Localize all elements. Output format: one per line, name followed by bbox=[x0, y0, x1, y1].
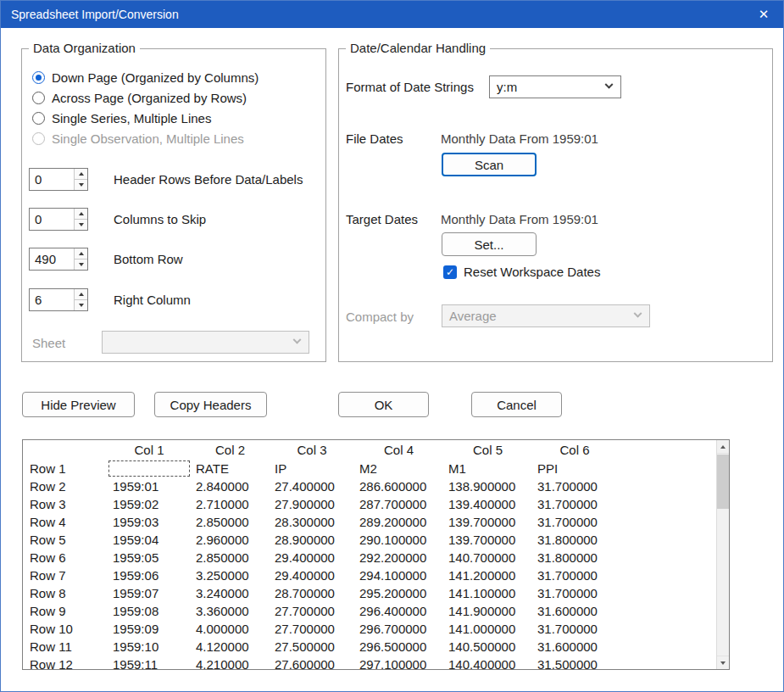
table-cell[interactable]: 141.000000 bbox=[443, 620, 532, 638]
table-cell[interactable]: 29.400000 bbox=[270, 549, 354, 566]
table-cell[interactable]: 27.700000 bbox=[270, 620, 354, 638]
row-label[interactable]: Row 8 bbox=[23, 584, 108, 602]
table-cell[interactable]: 31.800000 bbox=[532, 531, 617, 549]
table-cell[interactable]: 296.700000 bbox=[354, 620, 443, 638]
table-cell[interactable]: 3.240000 bbox=[191, 584, 270, 602]
table-cell[interactable]: 139.400000 bbox=[443, 495, 532, 513]
row-label[interactable]: Row 6 bbox=[23, 549, 108, 566]
table-cell[interactable]: 31.600000 bbox=[532, 602, 617, 620]
table-cell[interactable]: 3.250000 bbox=[191, 566, 270, 584]
table-cell[interactable]: 31.700000 bbox=[532, 620, 617, 638]
right-column-input[interactable]: 6 bbox=[29, 288, 88, 311]
table-cell[interactable]: RATE bbox=[191, 460, 270, 477]
table-cell[interactable] bbox=[108, 460, 191, 477]
table-cell[interactable]: 4.000000 bbox=[191, 620, 270, 638]
table-cell[interactable]: 31.700000 bbox=[532, 477, 617, 495]
table-cell[interactable]: 2.960000 bbox=[191, 531, 270, 549]
date-format-combobox[interactable]: y:m bbox=[489, 75, 621, 98]
row-label[interactable]: Row 2 bbox=[23, 477, 108, 495]
table-cell[interactable]: 31.700000 bbox=[532, 584, 617, 602]
cancel-button[interactable]: Cancel bbox=[471, 392, 562, 417]
scroll-thumb[interactable] bbox=[717, 455, 729, 509]
table-cell[interactable]: 31.700000 bbox=[532, 566, 617, 584]
table-cell[interactable]: 294.100000 bbox=[354, 566, 443, 584]
table-cell[interactable]: 296.400000 bbox=[354, 602, 443, 620]
spin-down-icon[interactable] bbox=[75, 300, 87, 310]
table-cell[interactable]: 27.400000 bbox=[270, 477, 354, 495]
row-label[interactable]: Row 7 bbox=[23, 566, 108, 584]
table-cell[interactable]: 141.900000 bbox=[443, 602, 532, 620]
header-rows-input[interactable]: 0 bbox=[29, 168, 88, 191]
table-cell[interactable]: 289.200000 bbox=[354, 513, 443, 531]
set-dates-button[interactable]: Set... bbox=[442, 232, 537, 256]
scroll-down-icon[interactable] bbox=[717, 656, 729, 669]
table-cell[interactable]: 287.700000 bbox=[354, 495, 443, 513]
row-label[interactable]: Row 12 bbox=[23, 656, 108, 669]
scroll-up-icon[interactable] bbox=[717, 440, 729, 454]
table-cell[interactable]: 28.700000 bbox=[270, 584, 354, 602]
table-cell[interactable]: 141.100000 bbox=[443, 584, 532, 602]
column-header[interactable]: Col 3 bbox=[270, 440, 354, 460]
table-cell[interactable]: 27.500000 bbox=[270, 638, 354, 656]
column-header[interactable]: Col 5 bbox=[443, 440, 532, 460]
row-label[interactable]: Row 3 bbox=[23, 495, 108, 513]
table-cell[interactable]: 2.710000 bbox=[191, 495, 270, 513]
row-label[interactable]: Row 10 bbox=[23, 620, 108, 638]
scan-button[interactable]: Scan bbox=[442, 153, 537, 176]
table-cell[interactable]: 138.900000 bbox=[443, 477, 532, 495]
row-label[interactable]: Row 9 bbox=[23, 602, 108, 620]
table-cell[interactable]: 1959:04 bbox=[108, 531, 191, 549]
table-cell[interactable]: 290.100000 bbox=[354, 531, 443, 549]
table-cell[interactable]: 27.900000 bbox=[270, 495, 354, 513]
table-cell[interactable]: 139.700000 bbox=[443, 531, 532, 549]
table-cell[interactable]: IP bbox=[270, 460, 354, 477]
table-cell[interactable]: 31.700000 bbox=[532, 495, 617, 513]
table-cell[interactable]: 31.500000 bbox=[532, 656, 617, 669]
table-cell[interactable]: 1959:05 bbox=[108, 549, 191, 566]
table-cell[interactable]: 1959:11 bbox=[108, 656, 191, 669]
column-header[interactable]: Col 2 bbox=[191, 440, 270, 460]
table-cell[interactable]: 1959:09 bbox=[108, 620, 191, 638]
table-cell[interactable]: 31.700000 bbox=[532, 513, 617, 531]
table-cell[interactable]: 296.500000 bbox=[354, 638, 443, 656]
close-button[interactable]: ✕ bbox=[744, 1, 783, 28]
spin-down-icon[interactable] bbox=[75, 260, 87, 270]
spin-up-icon[interactable] bbox=[75, 209, 87, 220]
ok-button[interactable]: OK bbox=[338, 392, 429, 417]
table-cell[interactable]: 28.300000 bbox=[270, 513, 354, 531]
table-cell[interactable]: 29.400000 bbox=[270, 566, 354, 584]
column-header[interactable]: Col 4 bbox=[354, 440, 443, 460]
vertical-scrollbar[interactable] bbox=[716, 440, 729, 669]
radio-down-page[interactable]: Down Page (Organized by Columns) bbox=[32, 69, 259, 86]
table-cell[interactable]: 1959:01 bbox=[108, 477, 191, 495]
radio-single-series[interactable]: Single Series, Multiple Lines bbox=[32, 109, 211, 126]
table-cell[interactable]: 141.200000 bbox=[443, 566, 532, 584]
table-cell[interactable]: 2.840000 bbox=[191, 477, 270, 495]
spin-up-icon[interactable] bbox=[75, 169, 87, 180]
table-cell[interactable]: 1959:06 bbox=[108, 566, 191, 584]
table-cell[interactable]: 31.600000 bbox=[532, 638, 617, 656]
table-cell[interactable]: 4.210000 bbox=[191, 656, 270, 669]
table-cell[interactable]: 1959:03 bbox=[108, 513, 191, 531]
table-cell[interactable]: M2 bbox=[354, 460, 443, 477]
table-cell[interactable]: 28.900000 bbox=[270, 531, 354, 549]
table-cell[interactable]: 140.400000 bbox=[443, 656, 532, 669]
copy-headers-button[interactable]: Copy Headers bbox=[154, 392, 267, 417]
hide-preview-button[interactable]: Hide Preview bbox=[22, 392, 135, 417]
table-cell[interactable]: 1959:02 bbox=[108, 495, 191, 513]
table-cell[interactable]: 2.850000 bbox=[191, 549, 270, 566]
row-label[interactable]: Row 11 bbox=[23, 638, 108, 656]
column-header[interactable]: Col 6 bbox=[532, 440, 617, 460]
table-cell[interactable]: 1959:08 bbox=[108, 602, 191, 620]
spin-up-icon[interactable] bbox=[75, 289, 87, 300]
table-cell[interactable]: 1959:10 bbox=[108, 638, 191, 656]
table-cell[interactable]: 140.700000 bbox=[443, 549, 532, 566]
row-label[interactable]: Row 1 bbox=[23, 460, 108, 477]
table-cell[interactable]: 295.200000 bbox=[354, 584, 443, 602]
row-label[interactable]: Row 4 bbox=[23, 513, 108, 531]
radio-across-page[interactable]: Across Page (Organized by Rows) bbox=[32, 89, 247, 106]
table-cell[interactable]: 292.200000 bbox=[354, 549, 443, 566]
table-cell[interactable]: 27.600000 bbox=[270, 656, 354, 669]
table-cell[interactable]: 2.850000 bbox=[191, 513, 270, 531]
table-cell[interactable]: 4.120000 bbox=[191, 638, 270, 656]
